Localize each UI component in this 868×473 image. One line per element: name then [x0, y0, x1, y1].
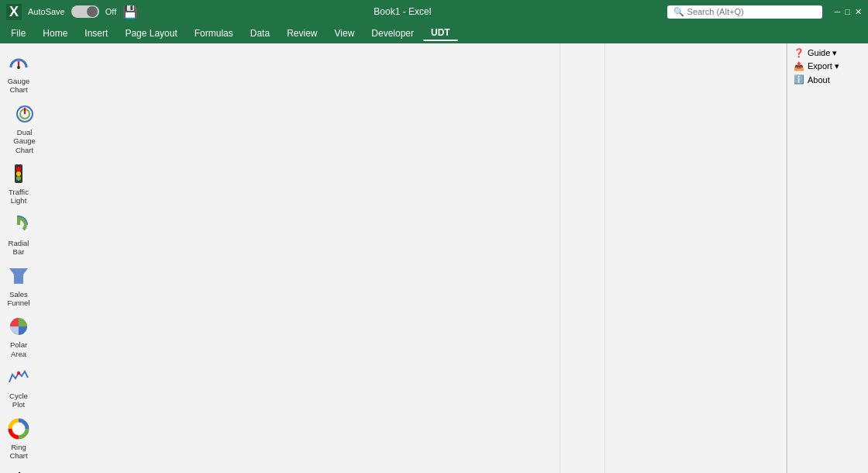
menu-data[interactable]: Data [243, 26, 277, 40]
ring-chart-button[interactable]: RingChart [2, 413, 36, 463]
search-icon: 🔍 [673, 7, 684, 17]
sales-funnel-label: SalesFunnel [7, 290, 29, 308]
bullet-charts-icon [6, 468, 31, 473]
radial-bar-icon [6, 212, 31, 237]
svg-point-9 [17, 371, 20, 375]
cycle-plot-button[interactable]: CyclePlot [2, 361, 36, 412]
menu-page-layout[interactable]: Page Layout [117, 26, 184, 40]
toggle-state-label: Off [105, 7, 116, 16]
export-icon: 📤 [794, 61, 804, 71]
guide-label: Guide ▾ [808, 48, 837, 58]
title-bar: X AutoSave Off 💾 Book1 - Excel 🔍 ─ □ ✕ [0, 0, 868, 23]
menu-formulas[interactable]: Formulas [187, 26, 241, 40]
excel-logo: X [6, 4, 22, 20]
export-label: Export ▾ [808, 61, 839, 71]
radial-bar-button[interactable]: RadialBar [2, 209, 36, 259]
about-icon: ℹ️ [794, 74, 804, 85]
svg-point-5 [16, 171, 21, 176]
bullet-charts-button[interactable]: BulletCharts [2, 464, 36, 473]
guide-icon: ❓ [794, 48, 804, 58]
maximize-button[interactable]: □ [845, 7, 850, 17]
gauge-chart-button[interactable]: GaugeChart [2, 47, 36, 97]
ribbon-udt-section: ❓ Guide ▾ 📤 Export ▾ ℹ️ About UDT [787, 43, 868, 473]
traffic-light-icon [6, 161, 31, 186]
search-input[interactable] [687, 7, 816, 16]
ring-chart-label: RingChart [9, 443, 27, 461]
menu-insert[interactable]: Insert [77, 26, 115, 40]
ribbon-section-live-dashboard: GaugeChart Dual GaugeChart [0, 43, 605, 473]
autosave-toggle[interactable] [71, 5, 99, 18]
menu-bar: File Home Insert Page Layout Formulas Da… [0, 23, 868, 43]
svg-point-0 [17, 66, 20, 69]
radial-bar-label: RadialBar [9, 239, 29, 257]
dual-gauge-icon [12, 102, 37, 126]
cycle-plot-icon [6, 365, 31, 390]
menu-home[interactable]: Home [35, 26, 75, 40]
about-button[interactable]: ℹ️ About [792, 73, 863, 86]
menu-udt[interactable]: UDT [423, 26, 458, 41]
ring-chart-icon [6, 416, 31, 441]
svg-point-4 [16, 167, 21, 171]
gauge-chart-label: GaugeChart [8, 77, 30, 95]
guide-button[interactable]: ❓ Guide ▾ [792, 47, 863, 60]
minimize-button[interactable]: ─ [835, 7, 841, 17]
app-title: Book1 - Excel [144, 6, 660, 17]
polar-area-icon [6, 314, 31, 339]
save-button[interactable]: 💾 [122, 5, 138, 19]
polar-area-label: PolarArea [10, 340, 27, 358]
svg-point-6 [16, 176, 21, 181]
dual-gauge-label: Dual GaugeChart [5, 128, 43, 154]
menu-developer[interactable]: Developer [363, 26, 422, 40]
menu-view[interactable]: View [327, 26, 363, 40]
traffic-light-label: TrafficLight [9, 188, 29, 205]
search-bar[interactable]: 🔍 [667, 5, 822, 19]
svg-point-10 [14, 424, 23, 433]
cycle-plot-label: CyclePlot [9, 392, 28, 409]
dual-gauge-chart-button[interactable]: Dual GaugeChart [2, 98, 47, 157]
sales-funnel-icon [6, 264, 31, 288]
gauge-icon [6, 50, 31, 75]
menu-review[interactable]: Review [279, 26, 325, 40]
polar-area-button[interactable]: PolarArea [2, 310, 36, 361]
export-button[interactable]: 📤 Export ▾ [792, 60, 863, 73]
ribbon: GaugeChart Dual GaugeChart [0, 43, 868, 473]
menu-file[interactable]: File [3, 26, 33, 40]
about-label: About [808, 75, 830, 85]
sales-funnel-button[interactable]: SalesFunnel [2, 260, 36, 310]
traffic-light-button[interactable]: TrafficLight [2, 157, 36, 208]
autosave-label: AutoSave [28, 7, 65, 16]
svg-marker-7 [9, 268, 28, 284]
close-button[interactable]: ✕ [855, 7, 862, 17]
